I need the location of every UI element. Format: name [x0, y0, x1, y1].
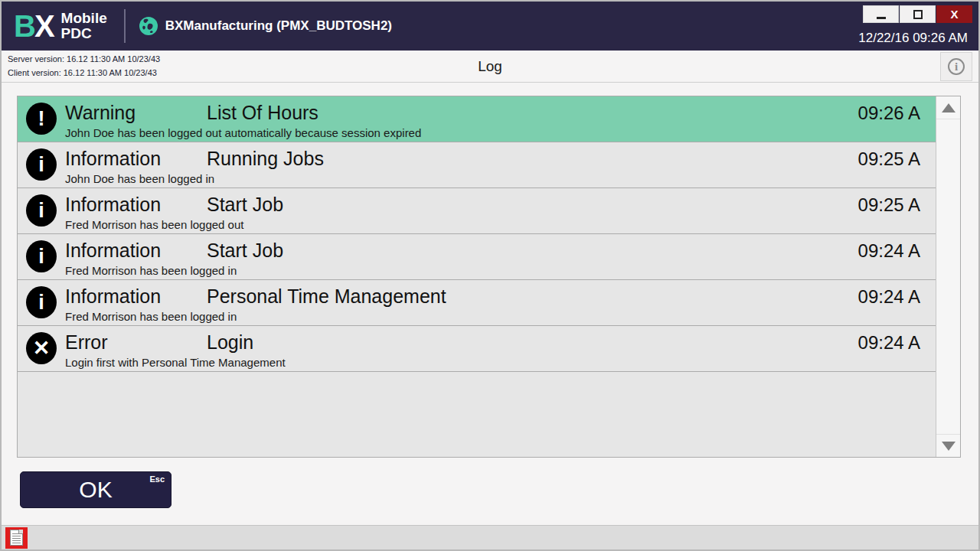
window-controls: X [863, 5, 972, 23]
log-time: 09:26 A [858, 103, 936, 124]
error-icon: ✕ [26, 332, 57, 364]
mobile-pdc-window: { "window": { "datetime": "12/22/16 09:2… [0, 0, 980, 551]
log-action: List Of Hours [207, 102, 821, 124]
logo-letter-b: B [14, 9, 34, 43]
log-action: Start Job [207, 194, 821, 216]
log-row[interactable]: ✕ Error Login 09:24 A Login first with P… [18, 326, 936, 372]
close-icon: X [950, 8, 958, 21]
log-severity: Information [65, 194, 207, 216]
log-time: 09:24 A [858, 332, 936, 354]
log-row[interactable]: i Information Personal Time Management 0… [18, 280, 936, 326]
log-time: 09:25 A [858, 148, 936, 170]
info-button[interactable]: i [940, 52, 972, 81]
log-severity: Information [65, 148, 207, 170]
log-time: 09:24 A [858, 240, 936, 262]
log-message: Fred Morrison has been logged out [65, 216, 936, 233]
log-panel: ! Warning List Of Hours 09:26 A John Doe… [17, 96, 961, 458]
arrow-up-icon [942, 103, 956, 112]
scroll-up-button[interactable] [936, 96, 960, 119]
scroll-down-button[interactable] [936, 434, 960, 457]
page-title: Log [2, 58, 978, 75]
log-action: Running Jobs [207, 148, 821, 170]
information-icon: i [26, 240, 57, 272]
maximize-button[interactable] [900, 5, 936, 23]
connection-info: BXManufacturing (PMX_BUDTOSH2) [139, 17, 392, 35]
log-list: ! Warning List Of Hours 09:26 A John Doe… [18, 96, 936, 457]
log-row[interactable]: ! Warning List Of Hours 09:26 A John Doe… [18, 96, 936, 142]
maximize-icon [913, 10, 923, 19]
log-action: Start Job [207, 240, 821, 262]
log-severity: Warning [65, 102, 207, 124]
log-time: 09:25 A [858, 194, 936, 216]
status-bar [2, 525, 978, 549]
app-logo: BX Mobile PDC [2, 11, 107, 41]
datetime-display: 12/22/16 09:26 AM [858, 31, 968, 46]
header-divider [124, 9, 126, 43]
close-button[interactable]: X [936, 5, 972, 23]
log-document-button[interactable] [5, 527, 28, 549]
minimize-icon [877, 17, 886, 19]
ok-button[interactable]: OK Esc [20, 471, 172, 508]
warning-icon: ! [26, 103, 57, 135]
log-severity: Information [65, 285, 207, 308]
information-icon: i [26, 194, 57, 227]
log-row[interactable]: i Information Start Job 09:25 A Fred Mor… [18, 188, 936, 234]
app-name: Mobile PDC [61, 11, 107, 41]
log-message: Fred Morrison has been logged in [65, 308, 936, 324]
logo-letter-x: X [34, 9, 54, 43]
log-message: John Doe has been logged in [65, 170, 936, 187]
document-icon [10, 530, 23, 546]
log-row[interactable]: i Information Running Jobs 09:25 A John … [18, 142, 936, 188]
log-severity: Information [65, 240, 207, 262]
globe-icon [139, 17, 158, 35]
arrow-down-icon [942, 442, 956, 451]
log-message: Login first with Personal Time Managemen… [65, 354, 936, 370]
sub-header: Server version: 16.12 11:30 AM 10/23/43 … [2, 51, 978, 83]
info-icon: i [948, 58, 965, 75]
scrollbar[interactable] [936, 96, 960, 457]
log-row[interactable]: i Information Start Job 09:24 A Fred Mor… [18, 234, 936, 280]
log-message: Fred Morrison has been logged in [65, 262, 936, 279]
log-message: John Doe has been logged out automatical… [65, 124, 936, 141]
ok-button-label: OK [21, 477, 171, 503]
minimize-button[interactable] [863, 5, 899, 23]
log-time: 09:24 A [858, 286, 936, 308]
connection-label: BXManufacturing (PMX_BUDTOSH2) [165, 18, 392, 34]
log-action: Login [207, 331, 821, 354]
log-action: Personal Time Management [207, 285, 821, 308]
ok-shortcut-hint: Esc [149, 474, 165, 484]
information-icon: i [26, 148, 57, 181]
title-bar: BX Mobile PDC BXManufacturing (PMX_BUDTO… [2, 2, 978, 51]
information-icon: i [26, 286, 57, 318]
log-severity: Error [65, 331, 207, 354]
